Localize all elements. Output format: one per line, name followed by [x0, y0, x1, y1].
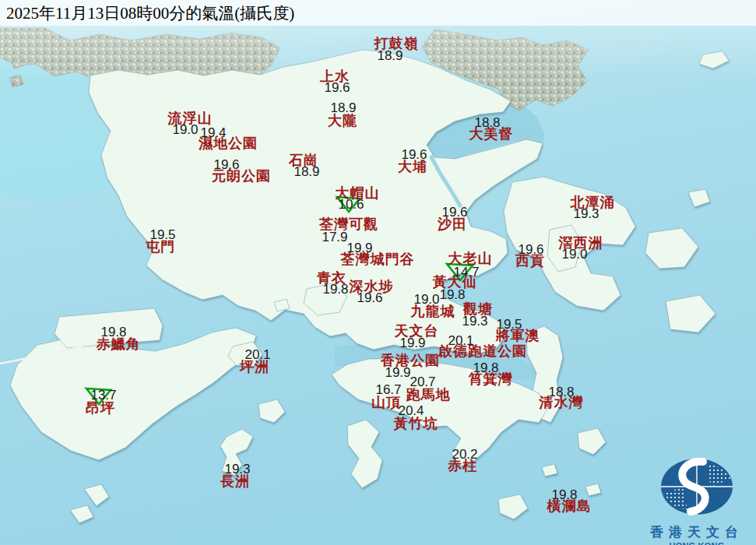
station-temperature-value: 18.9 [377, 48, 403, 64]
station-temperature-value: 20.1 [448, 333, 473, 349]
station-temperature-value: 19.8 [322, 282, 348, 297]
station-temperature-value: 19.6 [518, 242, 543, 258]
station-temperature-value: 19.0 [561, 247, 587, 262]
station-temperature-value: 19.0 [172, 122, 198, 138]
station-temperature-value: 19.9 [346, 241, 372, 256]
station-temperature-value: 19.9 [385, 365, 410, 381]
station-temperature-value: 13.7 [90, 388, 116, 403]
station-temperature-value: 19.6 [324, 80, 350, 96]
station-temperature-value: 20.2 [452, 447, 477, 462]
station-temperature-value: 20.4 [398, 403, 424, 419]
station-temperature-value: 18.8 [548, 385, 574, 400]
station-temperature-value: 19.8 [439, 287, 465, 303]
hko-emblem-icon [658, 456, 736, 519]
station-temperature-value: 19.4 [200, 125, 226, 141]
hko-logo-english-text: HONG KONG OBSERVATORY [640, 541, 754, 545]
station-temperature-value: 20.1 [244, 347, 270, 363]
station-temperature-value: 19.6 [441, 205, 467, 220]
station-temperature-value: 18.9 [294, 164, 319, 180]
station-temperature-value: 19.8 [473, 360, 498, 376]
station-temperature-value: 20.7 [410, 374, 435, 390]
station-temperature-value: 18.9 [330, 100, 356, 116]
station-temperature-value: 19.5 [496, 317, 522, 332]
hko-logo-chinese-text: 香港天文台 [640, 523, 754, 541]
station-temperature-value: 19.9 [399, 336, 425, 351]
station-temperature-value: 19.8 [100, 325, 126, 340]
station-temperature-value: 19.6 [357, 290, 382, 306]
station-temperature-value: 19.8 [551, 487, 577, 503]
station-temperature-value: 19.3 [224, 462, 250, 477]
weather-temperature-map-screen: 2025年11月13日08時00分的氣溫(攝氏度) 打鼓嶺18.9上水19.6大… [0, 0, 756, 545]
station-temperature-value: 19.3 [573, 206, 599, 222]
station-temperature-value: 17.9 [322, 230, 347, 245]
station-temperature-value: 10.6 [338, 197, 364, 213]
station-temperature-value: 19.5 [149, 227, 175, 243]
hko-logo: 香港天文台 HONG KONG OBSERVATORY [640, 456, 754, 545]
station-temperature-value: 19.0 [413, 292, 439, 308]
station-temperature-value: 19.3 [462, 314, 487, 329]
station-temperature-value: 19.6 [401, 147, 427, 163]
station-temperature-value: 18.8 [474, 115, 500, 131]
station-temperature-value: 19.6 [213, 157, 239, 173]
station-temperature-value: 16.7 [375, 382, 401, 398]
